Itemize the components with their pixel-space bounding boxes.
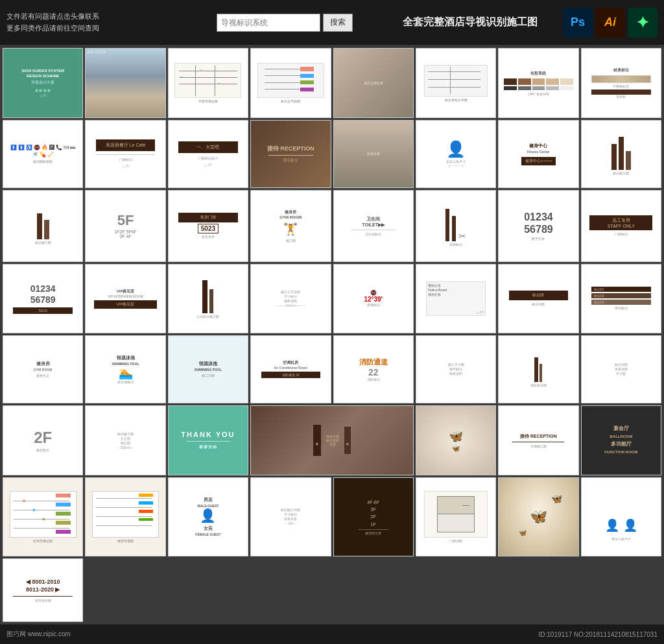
header-line2: 更多同类作品请前往空间查阅: [6, 23, 192, 34]
list-item[interactable]: 标识施工图正立面侧立面 ←300mm→: [85, 405, 165, 475]
list-item[interactable]: 客房门牌 5023 客房房号: [168, 190, 248, 262]
list-item[interactable]: 色彩系统 CMY 色值对照: [498, 48, 578, 118]
list-item[interactable]: 标识牌 标识详图: [498, 264, 578, 333]
list-item[interactable]: ✂ 挂墙标识: [416, 190, 496, 262]
list-item[interactable]: → → → 平面导视总图: [168, 48, 248, 118]
list-item[interactable]: 一、大堂吧 门牌标识设计 △ JY: [168, 120, 248, 187]
list-item[interactable]: 门牌详图: [416, 477, 496, 556]
list-item[interactable]: THANK YOU 谢谢光临: [168, 405, 248, 475]
header-line1: 文件若有问题请点击头像联系: [6, 11, 192, 23]
illustrator-icon[interactable]: Ai: [595, 8, 625, 38]
site-watermark: 图巧网 www.nipic.com: [6, 630, 71, 639]
list-item[interactable]: ▶ ▶ ▶ 区域导视总图: [3, 477, 83, 556]
list-item[interactable]: 2F 楼层指示: [3, 405, 83, 475]
list-item[interactable]: 酒店走廊实景: [333, 48, 414, 118]
list-item[interactable]: 接待 RECEPTION 酒店前台: [250, 120, 331, 187]
list-item[interactable]: 🚹 🚺 ♿ 🚭 🔥 🅿 📞 🍽 🛏 🚿 💊 🧹 标识图标系统: [3, 120, 83, 187]
list-item[interactable]: 美居西餐厅 Le Café 门牌标识 △ JY: [85, 120, 165, 187]
list-item[interactable]: 标识详图安装说明尺寸图: [581, 335, 661, 403]
list-item[interactable]: 🦋 🦋: [416, 405, 496, 475]
search-button[interactable]: 搜索: [323, 14, 353, 32]
list-item[interactable]: 通知公告Notice Board请勿打扰 △ JY: [416, 264, 496, 333]
software-icons: Ps Ai ✦: [563, 8, 658, 38]
list-item[interactable]: VIP接见室 VIP INTERVIEW ROOM VIP接见室: [85, 264, 165, 333]
list-item[interactable]: 5F 1F2F 5F6F 3F 4F: [85, 190, 165, 262]
list-item[interactable]: 立式标识施工图: [168, 264, 248, 333]
image-id: ID:1019117 NO:20181114210815117031: [539, 631, 658, 638]
header: 文件若有问题请点击头像联系 更多同类作品请前往空间查阅 搜索 全套完整酒店导视识…: [0, 0, 664, 45]
list-item[interactable]: 0123456789 5023: [3, 264, 83, 333]
list-item[interactable]: 细长标识牌: [498, 335, 578, 403]
list-item[interactable]: 健身房GYM ROOM 🏋 施工图: [250, 190, 331, 262]
photoshop-icon[interactable]: Ps: [563, 8, 593, 38]
page-title: 全套完整酒店导视识别施工图: [377, 16, 563, 29]
list-item[interactable]: 👤 ♂ 👤 ♀ 男女人体尺寸: [581, 477, 661, 556]
list-item[interactable]: 装饰实景: [333, 120, 414, 187]
list-item[interactable]: 标识01 标识02 标识03 系列标识: [581, 264, 661, 333]
list-item[interactable]: 男宾MALE GUEST 👤 女宾FEMALE GUEST: [168, 477, 248, 556]
list-item[interactable]: 材质标注 不锈钢拉丝 深木纹: [581, 48, 661, 118]
header-left-info: 文件若有问题请点击头像联系 更多同类作品请前往空间查阅: [6, 11, 192, 34]
main-grid: SIGN GUIDES SYSTEMDESIGN SCHEME 导视设计方案 ▦…: [0, 45, 664, 625]
list-item[interactable]: 🦋 🦋 🦋: [498, 477, 578, 556]
list-item[interactable]: 导视 酒店导视标识系统实景 标识: [250, 405, 414, 475]
list-item[interactable]: 消防通道 22 消防标识: [333, 335, 414, 403]
list-item[interactable]: 员工专用STAFF ONLY 门牌标识: [581, 190, 661, 262]
list-item[interactable]: 接待 RECEPTION 详细施工图: [498, 405, 578, 475]
bottom-bar: 图巧网 www.nipic.com ID:1019117 NO:20181114…: [0, 625, 664, 644]
list-item[interactable]: 健身房GYM ROOM 健身生态: [3, 335, 83, 403]
list-item[interactable]: 4F-6F3F2F1F 楼层指引牌: [333, 477, 414, 556]
search-input[interactable]: [217, 14, 320, 32]
list-item[interactable]: 标识施工图: [581, 120, 661, 187]
list-item[interactable]: 🚭 12°39' 禁烟标识: [333, 264, 414, 333]
list-item[interactable]: 健身中心Fitness Center 健身中心>>>>>: [498, 120, 578, 187]
list-item[interactable]: 标识系统分布图: [416, 48, 496, 118]
list-item[interactable]: 0123456789 数字字体: [498, 190, 578, 262]
list-item[interactable]: 标识施工详图尺寸标注安装示意 ←200→: [250, 477, 331, 556]
list-item[interactable]: 标识施工图: [3, 190, 83, 262]
list-item[interactable]: ◀ 8001-20108011-2020 ▶ 房号指示牌: [3, 558, 83, 622]
list-item[interactable]: SIGN GUIDES SYSTEMDESIGN SCHEME 导视设计方案 ▦…: [3, 48, 83, 118]
other-software-icon[interactable]: ✦: [628, 8, 658, 38]
list-item[interactable]: 施工工艺说明尺寸标注材料说明 ←——100mm——→: [250, 264, 331, 333]
list-item[interactable]: 恒温泳池SWIMMING POOL 🏊 游泳池标识: [85, 335, 165, 403]
list-item[interactable]: 空调机房Air Conditioner Room 消防通道 22: [250, 335, 331, 403]
list-item[interactable]: 恒温泳池SWIMMING POOL 施工详图: [168, 335, 248, 403]
list-item[interactable]: 酒店大堂实景: [85, 48, 165, 118]
list-item[interactable]: 标识总平面图: [250, 48, 331, 118]
list-item[interactable]: 宴会厅BALLROOM多功能厅FUNCTION ROOM: [581, 405, 661, 475]
list-item[interactable]: 施工尺寸图细节标注组装说明: [416, 335, 496, 403]
list-item[interactable]: 卫生间TOILET▶▶ 卫生间标识: [333, 190, 414, 262]
list-item[interactable]: 👤 女宾人体尺寸 |←——→|: [416, 120, 496, 187]
list-item[interactable]: 楼层导视图: [85, 477, 165, 556]
header-search-area: 搜索: [192, 14, 377, 32]
